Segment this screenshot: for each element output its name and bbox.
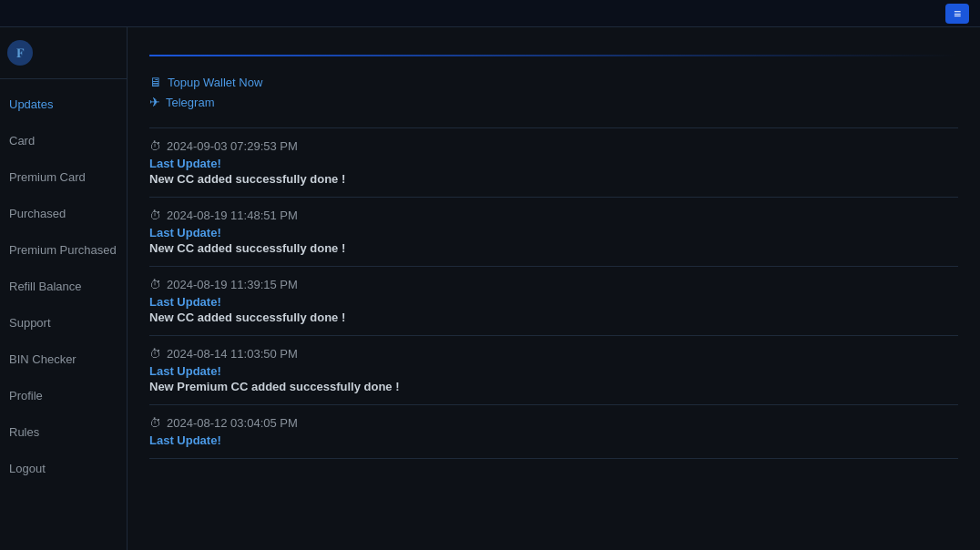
update-message: New CC added successfully done ! <box>149 241 958 255</box>
update-item: ⏱2024-09-03 07:29:53 PMLast Update!New C… <box>149 139 958 186</box>
update-timestamp: ⏱2024-08-19 11:48:51 PM <box>149 209 958 222</box>
timestamp-text: 2024-09-03 07:29:53 PM <box>167 139 298 153</box>
topbar: ≡ <box>0 0 980 27</box>
divider <box>149 458 958 459</box>
action-link-label-1: Telegram <box>166 96 214 109</box>
update-timestamp: ⏱2024-08-19 11:39:15 PM <box>149 278 958 291</box>
sidebar-item-profile[interactable]: Profile <box>0 378 127 414</box>
update-message: New Premium CC added successfully done ! <box>149 380 958 393</box>
update-label: Last Update! <box>149 433 958 447</box>
sidebar-item-bin-checker[interactable]: BIN Checker <box>0 341 127 378</box>
avatar-icon: 𝐅 <box>16 46 25 61</box>
update-label: Last Update! <box>149 295 958 309</box>
timestamp-text: 2024-08-14 11:03:50 PM <box>167 347 298 361</box>
action-link-0[interactable]: 🖥Topup Wallet Now <box>149 75 958 89</box>
clock-icon: ⏱ <box>149 209 161 222</box>
action-link-icon-1: ✈ <box>149 95 160 109</box>
avatar: 𝐅 <box>7 40 33 66</box>
clock-icon: ⏱ <box>149 347 161 361</box>
main-content: 🖥Topup Wallet Now✈Telegram ⏱2024-09-03 0… <box>128 27 980 550</box>
divider <box>149 335 958 336</box>
updates-list: ⏱2024-09-03 07:29:53 PMLast Update!New C… <box>149 139 958 459</box>
sidebar-user: 𝐅 <box>0 27 127 79</box>
timestamp-text: 2024-08-19 11:39:15 PM <box>167 278 298 291</box>
action-link-1[interactable]: ✈Telegram <box>149 95 958 109</box>
sidebar-item-support[interactable]: Support <box>0 305 127 341</box>
update-timestamp: ⏱2024-08-12 03:04:05 PM <box>149 416 958 430</box>
update-message: New CC added successfully done ! <box>149 172 958 186</box>
update-item: ⏱2024-08-14 11:03:50 PMLast Update!New P… <box>149 347 958 393</box>
clock-icon: ⏱ <box>149 139 161 153</box>
action-link-icon-0: 🖥 <box>149 75 162 89</box>
divider <box>149 266 958 267</box>
update-item: ⏱2024-08-12 03:04:05 PMLast Update! <box>149 416 958 447</box>
sidebar-nav: UpdatesCardPremium CardPurchasedPremium … <box>0 79 127 487</box>
divider <box>149 127 958 128</box>
update-timestamp: ⏱2024-09-03 07:29:53 PM <box>149 139 958 153</box>
update-label: Last Update! <box>149 364 958 378</box>
update-item: ⏱2024-08-19 11:48:51 PMLast Update!New C… <box>149 209 958 255</box>
update-label: Last Update! <box>149 226 958 239</box>
action-link-label-0: Topup Wallet Now <box>168 76 262 89</box>
timestamp-text: 2024-08-12 03:04:05 PM <box>167 416 298 430</box>
clock-icon: ⏱ <box>149 278 161 291</box>
update-label: Last Update! <box>149 157 958 170</box>
update-item: ⏱2024-08-19 11:39:15 PMLast Update!New C… <box>149 278 958 324</box>
action-links: 🖥Topup Wallet Now✈Telegram <box>149 75 958 109</box>
clock-icon: ⏱ <box>149 416 161 430</box>
sidebar-item-rules[interactable]: Rules <box>0 414 127 451</box>
title-underline <box>149 55 958 56</box>
divider <box>149 197 958 198</box>
sidebar-item-refill-balance[interactable]: Refill Balance <box>0 269 127 305</box>
sidebar-item-logout[interactable]: Logout <box>0 451 127 487</box>
update-message: New CC added successfully done ! <box>149 311 958 324</box>
divider <box>149 404 958 405</box>
sidebar-item-updates[interactable]: Updates <box>0 87 127 123</box>
sidebar-item-premium-purchased[interactable]: Premium Purchased <box>0 232 127 269</box>
sidebar-item-purchased[interactable]: Purchased <box>0 196 127 232</box>
sidebar: 𝐅 UpdatesCardPremium CardPurchasedPremiu… <box>0 27 128 550</box>
update-timestamp: ⏱2024-08-14 11:03:50 PM <box>149 347 958 361</box>
sidebar-item-premium-card[interactable]: Premium Card <box>0 159 127 196</box>
main-layout: 𝐅 UpdatesCardPremium CardPurchasedPremiu… <box>0 27 980 550</box>
sidebar-item-card[interactable]: Card <box>0 123 127 159</box>
timestamp-text: 2024-08-19 11:48:51 PM <box>167 209 298 222</box>
menu-button[interactable]: ≡ <box>945 4 969 24</box>
